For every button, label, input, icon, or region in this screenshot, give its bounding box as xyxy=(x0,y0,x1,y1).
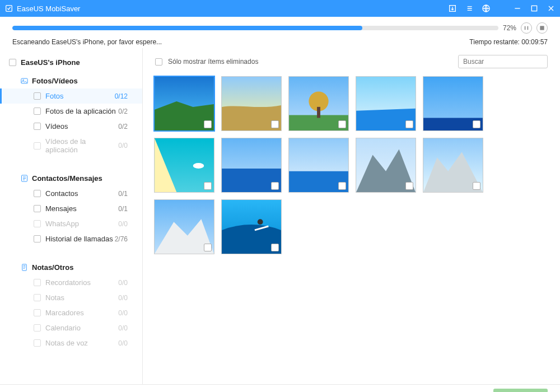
photo-thumbnail[interactable] xyxy=(221,76,282,131)
tree-item[interactable]: Notas de voz0/0 xyxy=(0,335,142,351)
tree-checkbox[interactable] xyxy=(34,220,41,227)
thumbnail-checkbox[interactable] xyxy=(204,244,212,251)
tree-item[interactable]: Vídeos0/2 xyxy=(0,119,142,134)
tree-item[interactable]: Fotos0/12 xyxy=(0,88,142,104)
time-remaining: Tiempo restante: 00:09:57 xyxy=(469,38,548,46)
tree-group[interactable]: Notas/Otros xyxy=(0,260,142,275)
tree-item[interactable]: Recordatorios0/0 xyxy=(0,275,142,290)
svg-point-24 xyxy=(258,219,263,225)
tree-checkbox[interactable] xyxy=(9,59,16,66)
thumbnail-checkbox[interactable] xyxy=(473,182,480,190)
tree-checkbox[interactable] xyxy=(34,190,41,197)
svg-rect-8 xyxy=(22,264,27,270)
photo-thumbnail[interactable] xyxy=(288,138,349,193)
photo-thumbnail[interactable] xyxy=(154,199,214,254)
thumbnail-checkbox[interactable] xyxy=(405,182,413,190)
tree-checkbox[interactable] xyxy=(34,108,41,115)
tree-item[interactable]: Calendario0/0 xyxy=(0,320,142,335)
tree-item[interactable]: Marcadores0/0 xyxy=(0,305,142,320)
tree-group[interactable]: Fotos/Vídeos xyxy=(0,73,142,88)
thumbnail-checkbox[interactable] xyxy=(271,120,279,128)
tree-checkbox[interactable] xyxy=(34,324,41,332)
tree-item[interactable]: Fotos de la aplicación0/2 xyxy=(0,104,142,119)
svg-point-17 xyxy=(193,163,204,169)
progress-bar xyxy=(12,26,498,30)
tree-checkbox[interactable] xyxy=(34,235,41,242)
tree-item[interactable]: Vídeos de la aplicación0/0 xyxy=(0,134,142,157)
filter-deleted-checkbox[interactable] xyxy=(155,58,162,66)
photo-thumbnail[interactable] xyxy=(221,138,282,193)
list-icon[interactable] xyxy=(465,4,474,13)
globe-icon[interactable] xyxy=(482,4,491,13)
close-icon[interactable] xyxy=(547,4,556,13)
progress-fill xyxy=(12,26,362,30)
thumbnail-checkbox[interactable] xyxy=(271,182,279,190)
stop-button[interactable] xyxy=(536,22,548,34)
pause-button[interactable] xyxy=(521,22,532,34)
thumbnail-checkbox[interactable] xyxy=(204,182,212,190)
thumbnail-checkbox[interactable] xyxy=(473,120,480,128)
tree-item[interactable]: Historial de llamadas2/76 xyxy=(0,231,142,246)
svg-rect-4 xyxy=(540,26,544,30)
photo-thumbnail[interactable] xyxy=(154,138,214,193)
photo-thumbnail[interactable] xyxy=(288,76,349,131)
app-title: EaseUS MobiSaver xyxy=(17,4,80,13)
thumbnail-checkbox[interactable] xyxy=(405,120,413,128)
photo-thumbnail[interactable] xyxy=(356,76,416,131)
tree-checkbox[interactable] xyxy=(34,294,41,301)
sidebar: EaseUS's iPhoneFotos/VídeosFotos0/12Foto… xyxy=(0,48,143,384)
photo-thumbnail[interactable] xyxy=(423,138,483,193)
content-pane: Sólo mostrar ítems eliminados xyxy=(143,48,560,384)
tree-group[interactable]: Contactos/Mensajes xyxy=(0,171,142,186)
filter-deleted-label: Sólo mostrar ítems eliminados xyxy=(168,58,452,66)
thumbnail-checkbox[interactable] xyxy=(338,120,346,128)
app-logo-icon xyxy=(4,4,13,13)
photo-grid xyxy=(143,74,560,384)
thumbnail-checkbox[interactable] xyxy=(271,244,279,251)
thumbnail-checkbox[interactable] xyxy=(204,120,212,128)
import-icon[interactable] xyxy=(448,4,457,13)
photo-thumbnail[interactable] xyxy=(221,199,282,254)
search-input[interactable] xyxy=(458,55,548,68)
tree-item[interactable]: WhatsApp0/0 xyxy=(0,216,142,231)
scan-status-text: Escaneando EaseUS's iPhone, por favor es… xyxy=(12,38,162,46)
photo-thumbnail[interactable] xyxy=(423,76,483,131)
tree-item[interactable]: Mensajes0/1 xyxy=(0,201,142,216)
titlebar: EaseUS MobiSaver xyxy=(0,0,560,17)
svg-rect-13 xyxy=(317,107,320,118)
progress-percent: 72% xyxy=(503,24,516,32)
tree-checkbox[interactable] xyxy=(34,339,41,347)
maximize-icon[interactable] xyxy=(530,4,539,13)
photo-thumbnail[interactable] xyxy=(356,138,416,193)
svg-rect-3 xyxy=(531,6,536,11)
tree-checkbox[interactable] xyxy=(34,92,41,100)
minimize-icon[interactable] xyxy=(513,4,522,13)
tree-checkbox[interactable] xyxy=(34,123,41,130)
tree-root[interactable]: EaseUS's iPhone xyxy=(0,55,142,70)
photo-thumbnail[interactable] xyxy=(154,76,214,131)
tree-checkbox[interactable] xyxy=(34,205,41,212)
thumbnail-checkbox[interactable] xyxy=(338,182,346,190)
recover-button[interactable]: Recuperar xyxy=(493,389,548,392)
tree-item[interactable]: Notas0/0 xyxy=(0,290,142,305)
tree-checkbox[interactable] xyxy=(34,309,41,316)
tree-item[interactable]: Contactos0/1 xyxy=(0,186,142,201)
tree-checkbox[interactable] xyxy=(34,142,41,150)
tree-checkbox[interactable] xyxy=(34,279,41,286)
footer: Inicio Recuperar xyxy=(0,384,560,392)
progress-area: 72% Escaneando EaseUS's iPhone, por favo… xyxy=(0,17,560,48)
